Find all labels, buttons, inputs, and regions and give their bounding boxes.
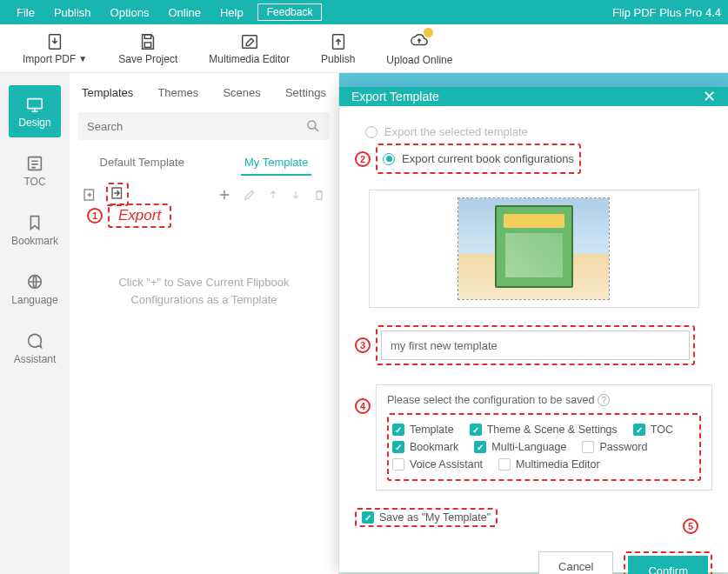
chk-theme[interactable]: ✓Theme & Scene & Settings [470, 424, 618, 436]
notification-badge [424, 28, 433, 37]
app-title: Flip PDF Plus Pro 4.4 [612, 6, 721, 19]
help-icon[interactable]: ? [598, 394, 610, 406]
list-icon [25, 154, 44, 173]
callout-1-label: Export [108, 204, 171, 228]
import-pdf-button[interactable]: Import PDF▼ [7, 32, 103, 65]
callout-3: 3 [355, 337, 371, 353]
sidebar-bookmark[interactable]: Bookmark [9, 204, 61, 256]
chk-template[interactable]: ✓Template [392, 424, 454, 436]
save-project-button[interactable]: Save Project [103, 32, 193, 65]
template-name-input[interactable] [381, 330, 690, 360]
arrow-down-icon[interactable] [290, 189, 302, 201]
globe-icon [25, 272, 44, 291]
menu-bar: File Publish Options Online Help Feedbac… [0, 0, 728, 24]
tab-templates[interactable]: Templates [77, 86, 138, 99]
radio-export-selected: Export the selected template [365, 125, 712, 138]
chk-bookmark[interactable]: ✓Bookmark [392, 441, 458, 453]
svg-rect-5 [28, 98, 43, 108]
template-preview [369, 190, 699, 308]
search-icon [305, 118, 321, 134]
config-box: Please select the configuration to be sa… [376, 384, 712, 491]
bookmark-icon [25, 213, 44, 232]
subtab-my-template[interactable]: My Template [241, 150, 311, 176]
callout-1: 1 [87, 208, 103, 224]
multimedia-editor-button[interactable]: Multimedia Editor [193, 32, 305, 65]
chk-save-my-template[interactable]: ✓Save as "My Template" [362, 511, 491, 524]
subtab-default[interactable]: Default Template [97, 150, 188, 176]
empty-message: Click "+" to Save Current Flipbook Confi… [70, 239, 338, 343]
tab-settings[interactable]: Settings [280, 86, 331, 99]
chk-mm[interactable]: Multimedia Editor [498, 458, 600, 471]
upload-online-button[interactable]: Upload Online [371, 30, 468, 66]
svg-point-8 [308, 121, 316, 129]
radio-icon [383, 153, 395, 165]
tab-themes[interactable]: Themes [152, 86, 204, 99]
left-sidebar: Design TOC Bookmark Language Assistant [0, 73, 70, 574]
templates-panel: Templates Themes Scenes Settings Default… [70, 73, 339, 574]
edit-pencil-icon[interactable] [243, 188, 257, 202]
chk-voice[interactable]: Voice Assistant [392, 458, 483, 471]
menu-publish[interactable]: Publish [44, 6, 101, 19]
import-template-icon[interactable] [82, 187, 97, 203]
chk-toc[interactable]: ✓TOC [633, 424, 673, 436]
dialog-title: Export Template [351, 90, 439, 103]
confirm-button[interactable]: Confirm [628, 556, 708, 574]
arrow-up-icon[interactable] [267, 189, 279, 201]
config-title: Please select the configuration to be sa… [387, 394, 594, 406]
publish-icon [329, 32, 348, 51]
radio-icon [365, 126, 377, 138]
monitor-icon [25, 95, 44, 114]
save-icon [138, 32, 157, 51]
menu-help[interactable]: Help [210, 6, 253, 19]
close-icon[interactable]: ✕ [703, 87, 716, 106]
sidebar-language[interactable]: Language [9, 263, 61, 315]
publish-button[interactable]: Publish [305, 32, 371, 65]
import-icon [45, 32, 64, 51]
radio-export-current[interactable]: Export current book configurations [383, 152, 574, 165]
callout-2: 2 [355, 151, 371, 167]
chat-icon [25, 331, 44, 350]
menu-feedback[interactable]: Feedback [257, 3, 323, 21]
callout-4: 4 [355, 398, 371, 414]
menu-file[interactable]: File [7, 6, 44, 19]
cancel-button[interactable]: Cancel [538, 551, 613, 574]
export-template-dialog: Export Template ✕ Export the selected te… [339, 87, 728, 572]
chevron-down-icon: ▼ [78, 54, 87, 63]
menu-online[interactable]: Online [158, 6, 210, 19]
sidebar-toc[interactable]: TOC [9, 144, 61, 197]
add-icon[interactable] [217, 187, 232, 203]
edit-icon [240, 32, 259, 51]
svg-rect-2 [145, 42, 151, 46]
callout-5: 5 [683, 518, 698, 534]
svg-rect-3 [242, 35, 257, 48]
sidebar-assistant[interactable]: Assistant [9, 322, 61, 374]
sidebar-design[interactable]: Design [9, 85, 61, 137]
tab-scenes[interactable]: Scenes [217, 86, 265, 99]
trash-icon[interactable] [312, 188, 326, 202]
template-thumbnail [458, 197, 610, 300]
search-input[interactable] [87, 120, 305, 133]
svg-rect-1 [145, 34, 151, 38]
chk-password[interactable]: Password [582, 441, 647, 453]
export-template-icon[interactable] [110, 185, 125, 201]
search-box[interactable] [78, 112, 330, 140]
chk-multilang[interactable]: ✓Multi-Language [474, 441, 566, 453]
menu-options[interactable]: Options [101, 6, 159, 19]
toolbar: Import PDF▼ Save Project Multimedia Edit… [0, 24, 728, 73]
